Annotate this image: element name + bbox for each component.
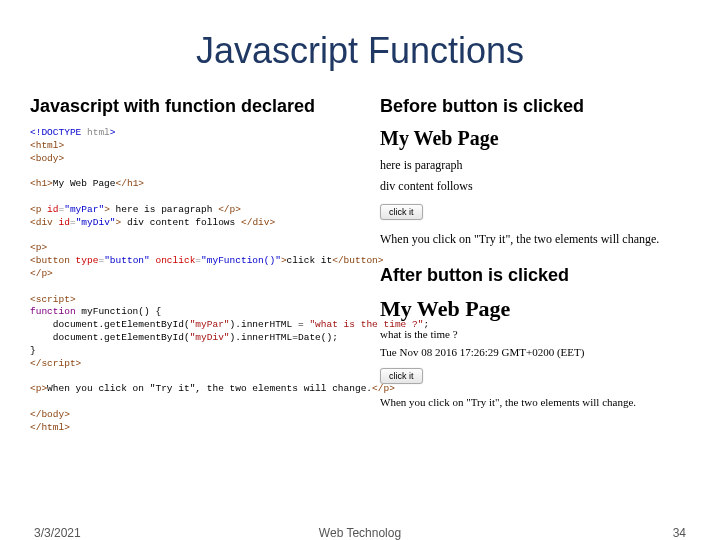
preview-h1: My Web Page xyxy=(380,296,690,322)
code-token: <!DOCTYPE xyxy=(30,127,87,138)
code-token: click it xyxy=(287,255,333,266)
after-heading: After button is clicked xyxy=(380,265,690,286)
before-heading: Before button is clicked xyxy=(380,96,690,117)
preview-text: When you click on "Try it", the two elem… xyxy=(380,232,690,247)
code-token: <body> xyxy=(30,153,64,164)
code-token: </button> xyxy=(332,255,383,266)
code-token: myFunction() { xyxy=(76,306,162,317)
code-token: ).innerHTML = xyxy=(230,319,310,330)
preview-after: My Web Page what is the time ? Tue Nov 0… xyxy=(380,296,690,408)
code-token: </p> xyxy=(218,204,241,215)
code-token: "myFunction()" xyxy=(201,255,281,266)
code-token: onclick xyxy=(150,255,196,266)
preview-text: here is paragraph xyxy=(380,158,690,173)
code-token: <p> xyxy=(30,242,47,253)
code-token: My Web Page xyxy=(53,178,116,189)
code-token: html xyxy=(87,127,110,138)
code-token: </h1> xyxy=(116,178,145,189)
code-token: <h1> xyxy=(30,178,53,189)
code-token: <html> xyxy=(30,140,64,151)
code-token: <button xyxy=(30,255,76,266)
code-listing: <!DOCTYPE html> <html> <body> <h1>My Web… xyxy=(30,127,360,435)
code-token: } xyxy=(30,345,36,356)
footer-page-number: 34 xyxy=(673,526,686,540)
code-token: <div xyxy=(30,217,59,228)
code-token: </script> xyxy=(30,358,81,369)
code-token: function xyxy=(30,306,76,317)
code-token: <script> xyxy=(30,294,76,305)
code-token: div content follows xyxy=(127,217,241,228)
preview-before: My Web Page here is paragraph div conten… xyxy=(380,127,690,247)
code-token: id xyxy=(47,204,58,215)
code-token: type xyxy=(76,255,99,266)
code-token: "myPar" xyxy=(64,204,104,215)
content-columns: Javascript with function declared <!DOCT… xyxy=(30,96,690,435)
preview-text: Tue Nov 08 2016 17:26:29 GMT+0200 (EET) xyxy=(380,346,690,358)
code-token: "myPar" xyxy=(190,319,230,330)
code-token: document.getElementById( xyxy=(30,332,190,343)
left-heading: Javascript with function declared xyxy=(30,96,360,117)
slide-title: Javascript Functions xyxy=(30,30,690,72)
code-token: id xyxy=(59,217,70,228)
preview-text: what is the time ? xyxy=(380,328,690,340)
code-token: ).innerHTML=Date(); xyxy=(230,332,338,343)
code-token: <p> xyxy=(30,383,47,394)
code-token: "button" xyxy=(104,255,150,266)
code-token: </p> xyxy=(30,268,53,279)
code-token: > xyxy=(110,127,116,138)
footer-center: Web Technolog xyxy=(319,526,401,540)
code-token: </html> xyxy=(30,422,70,433)
code-token: document.getElementById( xyxy=(30,319,190,330)
preview-h1: My Web Page xyxy=(380,127,690,150)
code-token: > xyxy=(116,217,127,228)
preview-text: div content follows xyxy=(380,179,690,194)
slide: Javascript Functions Javascript with fun… xyxy=(0,0,720,540)
code-token: </div> xyxy=(241,217,275,228)
preview-button: click it xyxy=(380,368,423,384)
code-token: <p xyxy=(30,204,47,215)
code-token: When you click on "Try it", the two elem… xyxy=(47,383,372,394)
right-column: Before button is clicked My Web Page her… xyxy=(380,96,690,435)
code-token: here is paragraph xyxy=(116,204,219,215)
preview-text: When you click on "Try it", the two elem… xyxy=(380,396,690,408)
code-token: </body> xyxy=(30,409,70,420)
code-token: > xyxy=(104,204,115,215)
left-column: Javascript with function declared <!DOCT… xyxy=(30,96,360,435)
code-token: "myDiv" xyxy=(76,217,116,228)
code-token: "myDiv" xyxy=(190,332,230,343)
preview-button: click it xyxy=(380,204,423,220)
footer-date: 3/3/2021 xyxy=(34,526,81,540)
